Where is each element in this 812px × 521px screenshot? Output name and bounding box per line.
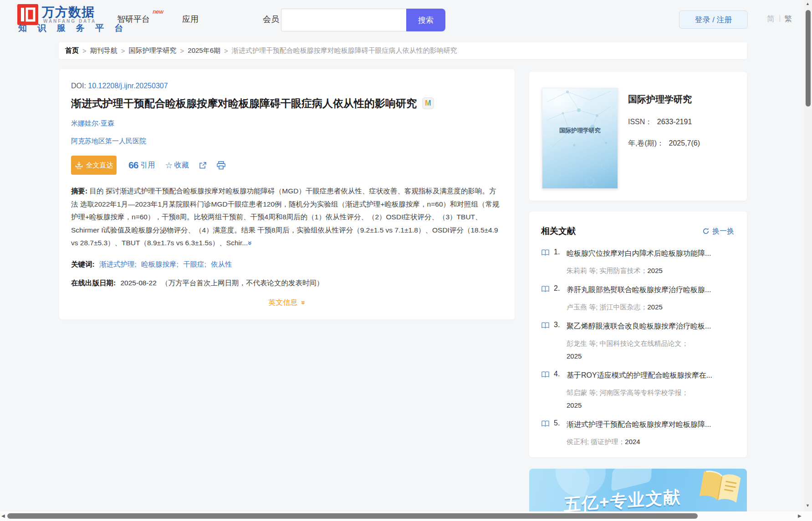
- scroll-down-arrow[interactable]: ▼: [806, 503, 810, 508]
- search-input[interactable]: [281, 9, 406, 31]
- breadcrumb-home[interactable]: 首页: [65, 46, 79, 55]
- keyword-link[interactable]: 依从性: [211, 260, 232, 268]
- header: 万方数据 WANFANG DATA 知 识 服 务 平 台 智研平台 new 应…: [0, 0, 812, 36]
- medical-badge-icon: M: [422, 97, 434, 109]
- related-item-title[interactable]: 睑板腺穴位按摩对白内障术后睑板腺功能障...: [567, 248, 711, 259]
- related-item-title[interactable]: 基于ROY适应模式的护理配合睑板腺按摩在...: [567, 370, 712, 381]
- share-button[interactable]: [199, 161, 207, 170]
- brand-tagline: 知 识 服 务 平 台: [18, 22, 127, 34]
- doi-label: DOI:: [71, 82, 86, 90]
- keyword-link[interactable]: 睑板腺按摩;: [141, 260, 179, 268]
- printer-icon: [216, 161, 226, 170]
- related-list: 1. 睑板腺穴位按摩对白内障术后睑板腺功能障... 朱莉莉 等; 实用防盲技术；…: [541, 248, 738, 448]
- related-item: 3. 聚乙烯醇眼液联合改良睑板腺按摩治疗睑板... 彭龙生 等; 中国科技论文在…: [541, 321, 738, 363]
- affiliation-link[interactable]: 阿克苏地区第一人民医院: [71, 137, 503, 146]
- journal-cover-title: 国际护理学研究: [542, 126, 618, 135]
- related-documents-card: 相关文献 换一换 1. 睑板腺穴位按摩对白内障术后睑板腺功能障... 朱莉莉 等…: [529, 212, 747, 457]
- book-icon: [541, 249, 551, 277]
- book-icon: [541, 322, 551, 363]
- related-item: 1. 睑板腺穴位按摩对白内障术后睑板腺功能障... 朱莉莉 等; 实用防盲技术；…: [541, 248, 738, 277]
- journal-name-link[interactable]: 国际护理学研究: [628, 93, 700, 106]
- fulltext-button[interactable]: free 全文直达: [71, 156, 117, 175]
- journal-cover[interactable]: 国际护理学研究: [542, 88, 618, 189]
- breadcrumb-separator: >: [82, 47, 87, 55]
- lang-divider: |: [779, 14, 781, 23]
- book-icon: [541, 371, 551, 412]
- keyword-link[interactable]: 渐进式护理;: [99, 260, 137, 268]
- journal-issn-row: ISSN： 2633-2191: [628, 117, 700, 127]
- breadcrumb-separator: >: [224, 47, 228, 55]
- related-item-meta: 朱莉莉 等; 实用防盲技术；: [567, 267, 648, 274]
- nav-apps[interactable]: 应用: [182, 14, 199, 25]
- related-item-year: 2025: [648, 303, 663, 311]
- publish-date-label: 在线出版日期:: [71, 279, 116, 287]
- breadcrumb-journal-nav[interactable]: 期刊导航: [90, 46, 117, 55]
- expand-abstract-icon[interactable]: »: [243, 241, 256, 245]
- nav-zhiyan-platform[interactable]: 智研平台 new: [117, 14, 150, 25]
- abstract-label: 摘要:: [71, 187, 87, 195]
- star-icon: ☆: [165, 160, 173, 171]
- horizontal-scroll-thumb[interactable]: [7, 513, 698, 519]
- refresh-related-button[interactable]: 换一换: [702, 227, 734, 236]
- related-header: 相关文献 换一换: [541, 225, 738, 237]
- related-item-meta: 彭龙生 等; 中国科技论文在线精品论文；: [567, 339, 689, 347]
- book-icon: [541, 285, 551, 314]
- svg-text:free: free: [77, 167, 81, 170]
- scroll-right-arrow[interactable]: ▶: [798, 513, 802, 518]
- print-button[interactable]: [216, 161, 226, 170]
- abstract-text: 目的 探讨渐进式护理干预配合睑板腺按摩对睑板腺功能障碍（MGD）干眼症患者依从性…: [71, 187, 500, 247]
- search-button[interactable]: 搜索: [406, 9, 445, 31]
- download-free-icon: free: [75, 161, 83, 170]
- quote-icon: 66: [128, 160, 138, 171]
- author-link[interactable]: 米娜娃尔·亚森: [71, 119, 503, 128]
- publish-date-note: （万方平台首次上网日期，不代表论文的发表时间）: [161, 279, 324, 287]
- volume-label: 年,卷(期)：: [628, 139, 664, 147]
- abstract: 摘要: 目的 探讨渐进式护理干预配合睑板腺按摩对睑板腺功能障碍（MGD）干眼症患…: [71, 185, 503, 250]
- article-card: DOI: 10.12208/j.ijnr.20250307 渐进式护理干预配合睑…: [59, 69, 515, 319]
- breadcrumb-current-article: 渐进式护理干预配合睑板腺按摩对睑板腺障碍干眼症病人依从性的影响研究: [232, 46, 457, 55]
- related-item: 4. 基于ROY适应模式的护理配合睑板腺按摩在... 邹启蒙 等; 河南医学高等…: [541, 370, 738, 412]
- lang-traditional-toggle[interactable]: 繁: [784, 14, 792, 24]
- related-item-meta: 侯正利; 循证护理；: [567, 438, 625, 445]
- vertical-scrollbar[interactable]: ▲ ▼: [804, 0, 812, 521]
- related-item-title[interactable]: 养肝丸眼部热熨联合睑板腺按摩治疗睑板腺...: [567, 284, 711, 295]
- breadcrumb-separator: >: [180, 47, 184, 55]
- scroll-left-arrow[interactable]: ◀: [1, 513, 5, 518]
- doi-link[interactable]: 10.12208/j.ijnr.20250307: [88, 82, 168, 90]
- publish-date-row: 在线出版日期: 2025-08-22 （万方平台首次上网日期，不代表论文的发表时…: [71, 278, 503, 288]
- breadcrumb-issue[interactable]: 2025年6期: [188, 46, 220, 55]
- new-badge: new: [153, 8, 163, 15]
- related-item-year: 2024: [625, 438, 640, 445]
- network-pattern: [542, 88, 618, 188]
- related-item-title[interactable]: 渐进式护理干预配合睑板腺按摩对睑板腺障...: [567, 419, 711, 430]
- english-info-toggle[interactable]: 英文信息 »: [71, 298, 503, 308]
- login-register-button[interactable]: 登录 / 注册: [679, 10, 748, 29]
- book-icon: [541, 420, 551, 448]
- breadcrumb-journal[interactable]: 国际护理学研究: [129, 46, 177, 55]
- refresh-icon: [702, 228, 710, 235]
- scroll-up-arrow[interactable]: ▲: [806, 1, 810, 6]
- favorite-button[interactable]: ☆ 收藏: [165, 160, 189, 171]
- horizontal-scrollbar[interactable]: ◀ ▶: [0, 511, 804, 521]
- breadcrumb-separator: >: [121, 47, 125, 55]
- nav-member[interactable]: 会员: [263, 14, 279, 25]
- journal-volume-row: 年,卷(期)： 2025,7(6): [628, 139, 700, 148]
- related-item-title[interactable]: 聚乙烯醇眼液联合改良睑板腺按摩治疗睑板...: [567, 321, 711, 332]
- page: 万方数据 WANFANG DATA 知 识 服 务 平 台 智研平台 new 应…: [0, 0, 812, 521]
- keywords-label: 关键词:: [71, 260, 95, 268]
- keyword-link[interactable]: 干眼症;: [183, 260, 206, 268]
- open-book-illustration: [697, 470, 742, 515]
- related-item-year: 2025: [648, 267, 663, 274]
- doi-row: DOI: 10.12208/j.ijnr.20250307: [71, 82, 503, 90]
- vertical-scroll-thumb[interactable]: [806, 10, 811, 106]
- journal-info: 国际护理学研究 ISSN： 2633-2191 年,卷(期)： 2025,7(6…: [628, 88, 700, 201]
- search-bar: 搜索: [281, 9, 445, 31]
- related-item: 2. 养肝丸眼部热熨联合睑板腺按摩治疗睑板腺... 卢玉燕 等; 浙江中医杂志；…: [541, 284, 738, 314]
- lang-simplified-toggle[interactable]: 简: [767, 14, 775, 24]
- related-item: 5. 渐进式护理干预配合睑板腺按摩对睑板腺障... 侯正利; 循证护理；2024: [541, 419, 738, 448]
- article-title: 渐进式护理干预配合睑板腺按摩对睑板腺障碍干眼症病人依从性的影响研究M: [71, 96, 503, 111]
- keywords-row: 关键词: 渐进式护理; 睑板腺按摩; 干眼症; 依从性: [71, 260, 503, 269]
- breadcrumb: 首页 > 期刊导航 > 国际护理学研究 > 2025年6期 > 渐进式护理干预配…: [59, 42, 747, 59]
- cite-button[interactable]: 66 引用: [128, 160, 155, 171]
- related-item-meta: 卢玉燕 等; 浙江中医杂志；: [567, 303, 648, 311]
